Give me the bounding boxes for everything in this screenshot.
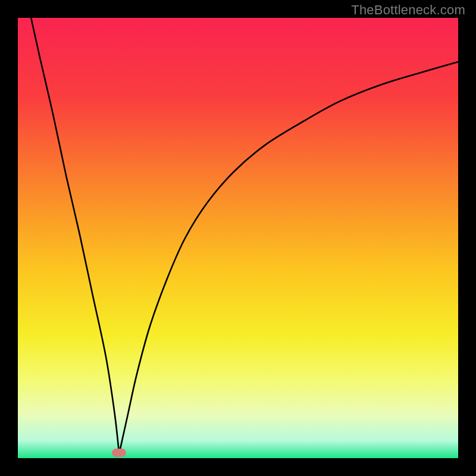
curve-layer bbox=[18, 18, 458, 458]
curve-left-branch bbox=[31, 18, 119, 454]
chart-frame: TheBottleneck.com bbox=[0, 0, 476, 476]
curve-right-branch bbox=[119, 62, 458, 454]
plot-area bbox=[18, 18, 458, 458]
watermark-text: TheBottleneck.com bbox=[351, 2, 465, 18]
minimum-marker bbox=[112, 449, 126, 457]
